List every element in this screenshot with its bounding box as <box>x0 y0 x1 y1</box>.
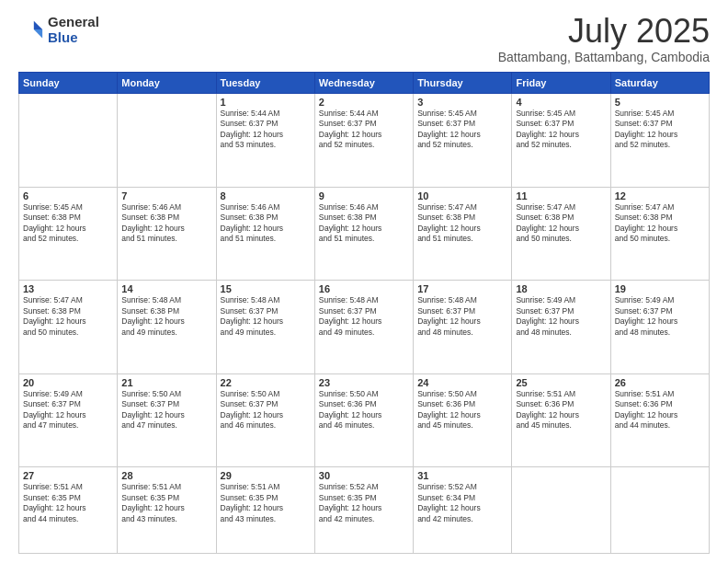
day-info: Sunrise: 5:51 AM Sunset: 6:35 PM Dayligh… <box>121 482 211 524</box>
table-row: 18Sunrise: 5:49 AM Sunset: 6:37 PM Dayli… <box>512 281 610 374</box>
day-number: 14 <box>121 283 211 294</box>
col-wednesday: Wednesday <box>314 73 413 94</box>
day-number: 6 <box>23 190 113 201</box>
day-number: 13 <box>23 283 113 294</box>
day-info: Sunrise: 5:46 AM Sunset: 6:38 PM Dayligh… <box>121 202 211 245</box>
day-number: 29 <box>221 470 311 481</box>
table-row: 29Sunrise: 5:51 AM Sunset: 6:35 PM Dayli… <box>216 467 314 554</box>
day-info: Sunrise: 5:51 AM Sunset: 6:35 PM Dayligh… <box>23 482 113 524</box>
day-number: 20 <box>23 377 113 388</box>
logo-icon <box>18 17 44 43</box>
day-info: Sunrise: 5:51 AM Sunset: 6:36 PM Dayligh… <box>615 389 705 431</box>
day-info: Sunrise: 5:50 AM Sunset: 6:36 PM Dayligh… <box>319 389 409 431</box>
logo-general-text: General <box>48 15 99 30</box>
day-number: 19 <box>615 283 705 294</box>
table-row: 7Sunrise: 5:46 AM Sunset: 6:38 PM Daylig… <box>118 187 216 281</box>
day-info: Sunrise: 5:49 AM Sunset: 6:37 PM Dayligh… <box>516 295 606 338</box>
table-row: 31Sunrise: 5:52 AM Sunset: 6:34 PM Dayli… <box>414 467 512 554</box>
table-row: 20Sunrise: 5:49 AM Sunset: 6:37 PM Dayli… <box>19 373 118 467</box>
table-row: 9Sunrise: 5:46 AM Sunset: 6:38 PM Daylig… <box>314 187 413 281</box>
day-info: Sunrise: 5:44 AM Sunset: 6:37 PM Dayligh… <box>319 109 409 151</box>
day-number: 16 <box>319 283 409 294</box>
day-info: Sunrise: 5:48 AM Sunset: 6:37 PM Dayligh… <box>417 295 507 338</box>
table-row: 15Sunrise: 5:48 AM Sunset: 6:37 PM Dayli… <box>216 281 314 374</box>
day-info: Sunrise: 5:48 AM Sunset: 6:37 PM Dayligh… <box>319 295 409 338</box>
table-row: 6Sunrise: 5:45 AM Sunset: 6:38 PM Daylig… <box>19 187 118 281</box>
day-number: 21 <box>121 377 211 388</box>
header: General Blue July 2025 Battambang, Batta… <box>18 15 710 64</box>
svg-rect-2 <box>20 20 34 38</box>
table-row: 12Sunrise: 5:47 AM Sunset: 6:38 PM Dayli… <box>610 187 709 281</box>
day-number: 15 <box>221 283 311 294</box>
col-monday: Monday <box>118 73 216 94</box>
day-number: 9 <box>319 190 409 201</box>
table-row: 22Sunrise: 5:50 AM Sunset: 6:37 PM Dayli… <box>216 373 314 467</box>
day-number: 30 <box>319 470 409 481</box>
table-row: 1Sunrise: 5:44 AM Sunset: 6:37 PM Daylig… <box>216 94 314 188</box>
table-row <box>512 467 610 554</box>
calendar-header-row: Sunday Monday Tuesday Wednesday Thursday… <box>19 73 710 94</box>
day-info: Sunrise: 5:52 AM Sunset: 6:34 PM Dayligh… <box>417 482 507 524</box>
day-info: Sunrise: 5:50 AM Sunset: 6:37 PM Dayligh… <box>121 389 211 431</box>
table-row: 21Sunrise: 5:50 AM Sunset: 6:37 PM Dayli… <box>118 373 216 467</box>
table-row: 3Sunrise: 5:45 AM Sunset: 6:37 PM Daylig… <box>414 94 512 188</box>
day-info: Sunrise: 5:46 AM Sunset: 6:38 PM Dayligh… <box>319 202 409 245</box>
col-friday: Friday <box>512 73 610 94</box>
table-row: 2Sunrise: 5:44 AM Sunset: 6:37 PM Daylig… <box>314 94 413 188</box>
day-number: 5 <box>615 97 705 108</box>
day-info: Sunrise: 5:47 AM Sunset: 6:38 PM Dayligh… <box>417 202 507 245</box>
day-info: Sunrise: 5:47 AM Sunset: 6:38 PM Dayligh… <box>23 295 113 338</box>
table-row: 19Sunrise: 5:49 AM Sunset: 6:37 PM Dayli… <box>610 281 709 374</box>
table-row: 4Sunrise: 5:45 AM Sunset: 6:37 PM Daylig… <box>512 94 610 188</box>
page: General Blue July 2025 Battambang, Batta… <box>0 0 728 563</box>
day-info: Sunrise: 5:47 AM Sunset: 6:38 PM Dayligh… <box>615 202 705 245</box>
day-number: 18 <box>516 283 606 294</box>
day-number: 17 <box>417 283 507 294</box>
day-number: 12 <box>615 190 705 201</box>
table-row: 16Sunrise: 5:48 AM Sunset: 6:37 PM Dayli… <box>314 281 413 374</box>
day-number: 1 <box>221 97 311 108</box>
title-block: July 2025 Battambang, Battambang, Cambod… <box>498 15 710 64</box>
day-number: 2 <box>319 97 409 108</box>
day-number: 4 <box>516 97 606 108</box>
table-row: 26Sunrise: 5:51 AM Sunset: 6:36 PM Dayli… <box>610 373 709 467</box>
day-number: 22 <box>221 377 311 388</box>
day-info: Sunrise: 5:49 AM Sunset: 6:37 PM Dayligh… <box>615 295 705 338</box>
table-row <box>118 94 216 188</box>
table-row <box>19 94 118 188</box>
table-row: 25Sunrise: 5:51 AM Sunset: 6:36 PM Dayli… <box>512 373 610 467</box>
day-info: Sunrise: 5:50 AM Sunset: 6:37 PM Dayligh… <box>221 389 311 431</box>
table-row: 30Sunrise: 5:52 AM Sunset: 6:35 PM Dayli… <box>314 467 413 554</box>
table-row: 10Sunrise: 5:47 AM Sunset: 6:38 PM Dayli… <box>414 187 512 281</box>
day-number: 28 <box>121 470 211 481</box>
col-thursday: Thursday <box>414 73 512 94</box>
logo-blue-text: Blue <box>48 30 99 46</box>
col-sunday: Sunday <box>19 73 118 94</box>
day-number: 3 <box>417 97 507 108</box>
day-info: Sunrise: 5:45 AM Sunset: 6:37 PM Dayligh… <box>615 109 705 151</box>
table-row: 28Sunrise: 5:51 AM Sunset: 6:35 PM Dayli… <box>118 467 216 554</box>
table-row: 8Sunrise: 5:46 AM Sunset: 6:38 PM Daylig… <box>216 187 314 281</box>
table-row: 5Sunrise: 5:45 AM Sunset: 6:37 PM Daylig… <box>610 94 709 188</box>
table-row: 14Sunrise: 5:48 AM Sunset: 6:38 PM Dayli… <box>118 281 216 374</box>
day-info: Sunrise: 5:46 AM Sunset: 6:38 PM Dayligh… <box>221 202 311 245</box>
day-number: 24 <box>417 377 507 388</box>
month-title: July 2025 <box>498 15 710 48</box>
day-number: 7 <box>121 190 211 201</box>
day-info: Sunrise: 5:45 AM Sunset: 6:37 PM Dayligh… <box>516 109 606 151</box>
day-info: Sunrise: 5:52 AM Sunset: 6:35 PM Dayligh… <box>319 482 409 524</box>
location: Battambang, Battambang, Cambodia <box>498 50 710 64</box>
day-info: Sunrise: 5:48 AM Sunset: 6:38 PM Dayligh… <box>121 295 211 338</box>
day-info: Sunrise: 5:49 AM Sunset: 6:37 PM Dayligh… <box>23 389 113 431</box>
day-number: 27 <box>23 470 113 481</box>
day-number: 26 <box>615 377 705 388</box>
day-info: Sunrise: 5:48 AM Sunset: 6:37 PM Dayligh… <box>221 295 311 338</box>
table-row: 23Sunrise: 5:50 AM Sunset: 6:36 PM Dayli… <box>314 373 413 467</box>
col-saturday: Saturday <box>610 73 709 94</box>
day-info: Sunrise: 5:45 AM Sunset: 6:37 PM Dayligh… <box>417 109 507 151</box>
svg-marker-1 <box>34 29 42 38</box>
table-row: 17Sunrise: 5:48 AM Sunset: 6:37 PM Dayli… <box>414 281 512 374</box>
day-number: 11 <box>516 190 606 201</box>
svg-marker-0 <box>34 20 42 29</box>
day-info: Sunrise: 5:51 AM Sunset: 6:36 PM Dayligh… <box>516 389 606 431</box>
